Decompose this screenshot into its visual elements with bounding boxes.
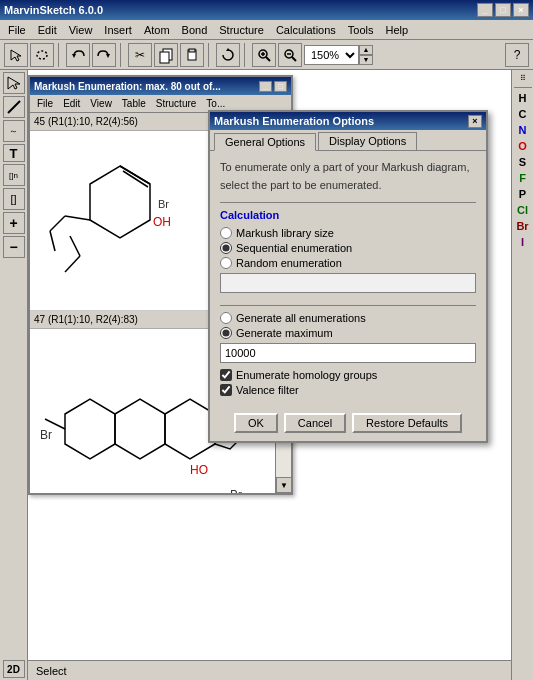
radio-gen-all-label: Generate all enumerations [236,312,366,324]
calc-input-active[interactable]: 10000 [220,343,476,363]
tab-display-options[interactable]: Display Options [318,132,417,150]
sub-menu-structure[interactable]: Structure [151,96,202,111]
checkbox-valence-input[interactable] [220,384,232,396]
zoom-down-arrow[interactable]: ▼ [359,55,373,65]
paste-button[interactable] [180,43,204,67]
radio-random-label: Random enumeration [236,257,342,269]
2d-toggle[interactable]: 2D [3,660,25,678]
radio-library-size-input[interactable] [220,227,232,239]
element-Br[interactable]: Br [516,220,528,232]
radio-random-input[interactable] [220,257,232,269]
copy-button[interactable] [154,43,178,67]
lasso-tool-button[interactable] [30,43,54,67]
element-F[interactable]: F [519,172,526,184]
bond-tool[interactable] [3,96,25,118]
svg-line-14 [292,57,296,61]
radio-gen-max-input[interactable] [220,327,232,339]
sub-menu-edit[interactable]: Edit [58,96,85,111]
title-bar: MarvinSketch 6.0.0 _ □ × [0,0,533,20]
dialog-body: To enumerate only a part of your Markush… [210,151,486,407]
main-toolbar: ✂ 150% 100% 200% ▲ ▼ ? [0,40,533,70]
status-bar: Select [28,660,511,680]
menu-insert[interactable]: Insert [98,22,138,38]
element-S[interactable]: S [519,156,526,168]
text-tool[interactable]: T [3,144,25,162]
wave-tool[interactable]: ～ [3,120,25,142]
element-I[interactable]: I [521,236,524,248]
row-47-label: 47 (R1(1):10, R2(4):83) [34,314,138,325]
radio-gen-max: Generate maximum [220,327,476,339]
svg-line-24 [123,171,148,187]
sub-menu-table[interactable]: Table [117,96,151,111]
menu-atom[interactable]: Atom [138,22,176,38]
title-bar-buttons[interactable]: _ □ × [477,3,529,17]
generation-radio-group: Generate all enumerations Generate maxim… [220,312,476,339]
svg-rect-5 [160,52,169,63]
bracket-n-tool[interactable]: []n [3,164,25,186]
rt-separator-1 [514,87,532,88]
sub-menu-file[interactable]: File [32,96,58,111]
svg-point-1 [37,51,47,59]
toolbar-separator-2 [120,43,124,67]
help-button[interactable]: ? [505,43,529,67]
element-P[interactable]: P [519,188,526,200]
app-title: MarvinSketch 6.0.0 [4,4,103,16]
zoom-select[interactable]: 150% 100% 200% [304,45,359,65]
redo-button[interactable] [92,43,116,67]
menu-edit[interactable]: Edit [32,22,63,38]
element-H[interactable]: H [519,92,527,104]
svg-marker-3 [106,54,110,58]
restore-defaults-button[interactable]: Restore Defaults [352,413,462,433]
svg-rect-7 [189,49,195,52]
menu-bond[interactable]: Bond [176,22,214,38]
scroll-down-button[interactable]: ▼ [276,477,292,493]
radio-sequential-label: Sequential enumeration [236,242,352,254]
radio-gen-all-input[interactable] [220,312,232,324]
rotate-button[interactable] [216,43,240,67]
bracket-tool[interactable]: [] [3,188,25,210]
minimize-button[interactable]: _ [477,3,493,17]
sub-maximize-button[interactable]: □ [274,81,287,92]
svg-text:Br: Br [40,428,52,442]
svg-text:HO: HO [190,463,208,477]
tab-general-options[interactable]: General Options [214,133,316,151]
dialog-close-button[interactable]: × [468,115,482,128]
minus-tool[interactable]: − [3,236,25,258]
svg-marker-2 [72,54,76,58]
element-C[interactable]: C [519,108,527,120]
menu-file[interactable]: File [2,22,32,38]
markush-options-dialog[interactable]: Markush Enumeration Options × General Op… [208,110,488,443]
checkbox-homology-input[interactable] [220,369,232,381]
divider-2 [220,305,476,306]
menu-help[interactable]: Help [380,22,415,38]
ok-button[interactable]: OK [234,413,278,433]
calc-input-disabled[interactable]: 10000 [220,273,476,293]
element-N[interactable]: N [519,124,527,136]
menu-calculations[interactable]: Calculations [270,22,342,38]
svg-line-32 [50,231,55,251]
menu-view[interactable]: View [63,22,99,38]
select-tool-button[interactable] [4,43,28,67]
radio-sequential-input[interactable] [220,242,232,254]
menu-tools[interactable]: Tools [342,22,380,38]
zoom-out-button[interactable] [278,43,302,67]
sub-minimize-button[interactable]: _ [259,81,272,92]
menu-structure[interactable]: Structure [213,22,270,38]
cut-button[interactable]: ✂ [128,43,152,67]
dialog-title: Markush Enumeration Options [214,115,374,127]
close-button[interactable]: × [513,3,529,17]
zoom-up-arrow[interactable]: ▲ [359,45,373,55]
arrow-tool[interactable] [3,72,25,94]
dialog-buttons: OK Cancel Restore Defaults [210,407,486,441]
zoom-in-button[interactable] [252,43,276,67]
add-tool[interactable]: + [3,212,25,234]
svg-line-26 [70,236,80,256]
element-O[interactable]: O [518,140,527,152]
sub-menu-to[interactable]: To... [201,96,230,111]
sub-menu-view[interactable]: View [85,96,117,111]
element-Cl[interactable]: Cl [517,204,528,216]
cancel-button[interactable]: Cancel [284,413,346,433]
undo-button[interactable] [66,43,90,67]
toolbar-separator-4 [244,43,248,67]
maximize-button[interactable]: □ [495,3,511,17]
